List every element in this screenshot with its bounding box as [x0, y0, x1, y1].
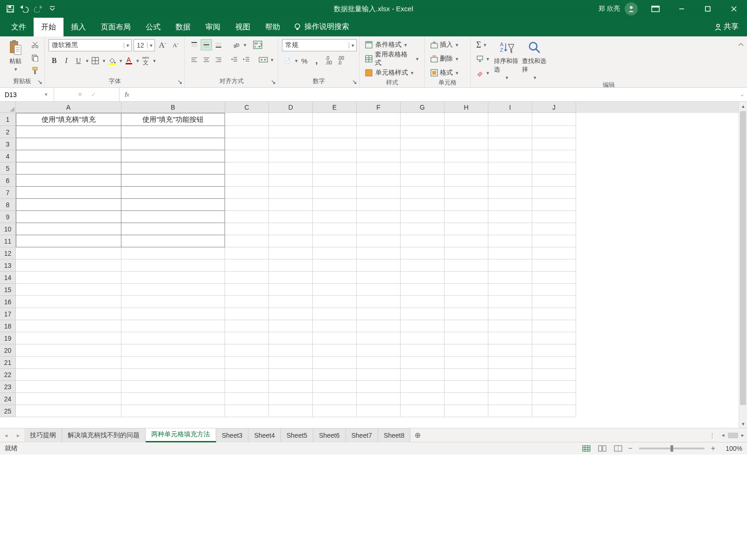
zoom-level[interactable]: 100% — [719, 445, 742, 452]
cell[interactable] — [269, 247, 313, 259]
tab-插入[interactable]: 插入 — [63, 18, 93, 36]
cell[interactable] — [16, 405, 121, 417]
sheet-nav-prev-icon[interactable]: ◂ — [0, 432, 12, 439]
cell[interactable] — [313, 126, 357, 138]
cell[interactable] — [357, 296, 401, 308]
cell[interactable] — [444, 199, 488, 211]
fill-color-icon[interactable] — [106, 55, 118, 66]
cell[interactable] — [401, 138, 444, 150]
sheet-tab[interactable]: Sheet8 — [378, 428, 410, 442]
chevron-down-icon[interactable]: ▾ — [42, 91, 50, 98]
cell[interactable] — [269, 150, 313, 162]
tab-文件[interactable]: 文件 — [4, 18, 34, 36]
cell[interactable] — [357, 393, 401, 405]
scroll-left-icon[interactable]: ◂ — [719, 432, 727, 438]
cell[interactable] — [357, 211, 401, 223]
cell[interactable] — [357, 235, 401, 247]
cell[interactable] — [401, 199, 444, 211]
sort-filter-button[interactable]: AZ 排序和筛选▾ — [494, 39, 519, 81]
cell[interactable] — [532, 284, 576, 296]
cell[interactable] — [532, 187, 576, 199]
column-header[interactable]: J — [532, 102, 576, 113]
decrease-font-icon[interactable]: Aˇ — [170, 40, 181, 51]
tab-scroll-menu-icon[interactable]: ⋮ — [709, 432, 719, 439]
cell[interactable] — [357, 138, 401, 150]
cell[interactable] — [313, 405, 357, 417]
cell[interactable] — [357, 272, 401, 284]
tab-数据[interactable]: 数据 — [168, 18, 198, 36]
cell[interactable] — [444, 259, 488, 272]
cell[interactable] — [313, 308, 357, 320]
align-left-icon[interactable] — [189, 54, 200, 65]
cell[interactable] — [532, 223, 576, 235]
cell[interactable] — [444, 272, 488, 284]
cell[interactable] — [225, 150, 269, 162]
cell[interactable] — [313, 247, 357, 259]
cell[interactable] — [269, 259, 313, 272]
align-right-icon[interactable] — [213, 54, 224, 65]
row-header[interactable]: 23 — [0, 381, 16, 393]
cell[interactable] — [16, 150, 121, 162]
cell[interactable] — [313, 320, 357, 332]
tab-页面布局[interactable]: 页面布局 — [93, 18, 138, 36]
cell[interactable] — [488, 175, 532, 187]
cell[interactable] — [488, 150, 532, 162]
row-header[interactable]: 8 — [0, 199, 16, 211]
cell[interactable] — [269, 199, 313, 211]
user-avatar[interactable] — [625, 2, 638, 15]
cell[interactable] — [269, 308, 313, 320]
cell[interactable] — [444, 187, 488, 199]
cell[interactable] — [313, 381, 357, 393]
cell[interactable] — [225, 393, 269, 405]
cell[interactable] — [121, 138, 225, 150]
cell[interactable] — [16, 223, 121, 235]
cell[interactable] — [269, 162, 313, 175]
tab-视图[interactable]: 视图 — [228, 18, 258, 36]
row-header[interactable]: 25 — [0, 405, 16, 417]
increase-decimal-icon[interactable]: .0.00 — [323, 55, 334, 66]
percent-icon[interactable]: % — [299, 55, 310, 66]
cell[interactable] — [532, 247, 576, 259]
cell[interactable] — [532, 259, 576, 272]
cell[interactable] — [225, 284, 269, 296]
formula-input[interactable] — [134, 88, 737, 101]
cell[interactable] — [225, 308, 269, 320]
row-header[interactable]: 13 — [0, 259, 16, 272]
cell[interactable] — [16, 308, 121, 320]
comma-icon[interactable]: , — [311, 55, 322, 66]
cell[interactable] — [488, 113, 532, 126]
qat-customize-icon[interactable] — [46, 2, 59, 15]
cell[interactable] — [225, 138, 269, 150]
cell[interactable] — [357, 381, 401, 393]
cell[interactable] — [488, 235, 532, 247]
cell[interactable] — [444, 150, 488, 162]
row-header[interactable]: 1 — [0, 113, 16, 126]
cell[interactable] — [532, 344, 576, 357]
row-header[interactable]: 9 — [0, 211, 16, 223]
cell[interactable] — [444, 284, 488, 296]
tab-开始[interactable]: 开始 — [34, 18, 63, 36]
delete-cells-button[interactable]: 删除▾ — [429, 53, 460, 64]
cell[interactable] — [225, 175, 269, 187]
cell-styles-button[interactable]: 单元格样式▾ — [363, 67, 421, 78]
cell[interactable] — [488, 381, 532, 393]
zoom-out-button[interactable]: − — [628, 444, 632, 453]
maximize-icon[interactable] — [695, 0, 721, 18]
cell[interactable] — [16, 235, 121, 247]
tab-公式[interactable]: 公式 — [138, 18, 168, 36]
cell[interactable] — [401, 259, 444, 272]
cell[interactable] — [16, 332, 121, 344]
cell[interactable] — [532, 138, 576, 150]
cell[interactable] — [357, 357, 401, 369]
row-header[interactable]: 20 — [0, 344, 16, 357]
cell[interactable] — [401, 150, 444, 162]
cell[interactable] — [357, 259, 401, 272]
format-painter-icon[interactable] — [29, 65, 41, 77]
cell[interactable] — [488, 308, 532, 320]
row-header[interactable]: 22 — [0, 369, 16, 381]
cell[interactable] — [357, 175, 401, 187]
cell[interactable] — [488, 344, 532, 357]
scroll-right-icon[interactable]: ▸ — [739, 432, 747, 438]
cell[interactable] — [269, 126, 313, 138]
cell[interactable] — [401, 344, 444, 357]
